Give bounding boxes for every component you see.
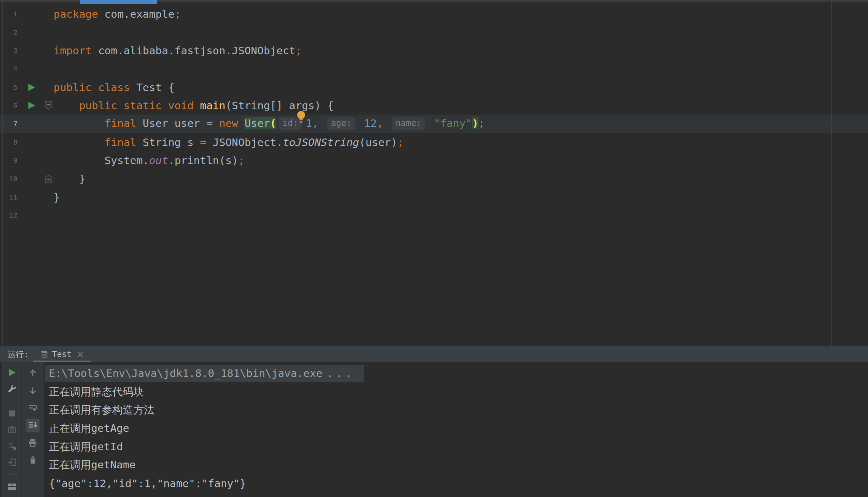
gutter-slot	[18, 152, 54, 170]
run-tab-test[interactable]: Test ×	[40, 349, 84, 359]
gutter-slot	[18, 188, 54, 207]
console-output[interactable]: E:\Tools\Env\Java\jdk1.8.0_181\bin\java.…	[44, 362, 868, 497]
code-token: ,	[312, 117, 319, 129]
code-token	[383, 117, 390, 129]
code-token: String s = JSONObject.	[136, 136, 283, 148]
console-line: E:\Tools\Env\Java\jdk1.8.0_181\bin\java.…	[44, 364, 868, 383]
bug-arrow-icon	[7, 441, 17, 451]
settings-button[interactable]	[5, 383, 19, 395]
code-token: System.	[54, 154, 149, 167]
code-token: "fany"	[434, 117, 472, 129]
soft-wrap-button[interactable]	[26, 401, 40, 415]
code-line[interactable]: 12	[0, 207, 868, 225]
gutter-slot	[18, 78, 54, 97]
scroll-to-end-button[interactable]	[26, 418, 40, 432]
code-token: com.example	[98, 8, 175, 20]
run-panel: 运行: Test × E:\Tools\Env\Java\jdk1.8.0_18…	[0, 346, 868, 497]
fold-down-icon[interactable]	[45, 101, 53, 110]
code-token	[358, 117, 364, 129]
toolbar-divider	[6, 401, 17, 401]
code-token: ;	[175, 8, 181, 20]
code-text: public static void main(String[] args) {	[54, 99, 334, 112]
command-text: E:\Tools\Env\Java\jdk1.8.0_181\bin\java.…	[49, 367, 323, 379]
console-line: {"age":12,"id":1,"name":"fany"}	[44, 474, 868, 493]
code-token: public static void	[79, 99, 194, 112]
console-line: 正在调用getName	[44, 456, 868, 474]
code-token: final	[104, 117, 136, 129]
code-line[interactable]: 4	[0, 60, 868, 78]
code-text: System.out.println(s);	[54, 154, 245, 167]
code-text: final String s = JSONObject.toJSONString…	[54, 136, 404, 148]
code-token: final	[104, 136, 136, 148]
code-token	[54, 117, 104, 129]
code-token: (	[270, 117, 277, 129]
camera-icon	[7, 424, 17, 435]
console-toolbar	[21, 362, 44, 497]
gutter-slot	[18, 5, 54, 23]
code-editor[interactable]: 1package com.example;23import com.alibab…	[0, 2, 868, 346]
editor-lines: 1package com.example;23import com.alibab…	[0, 2, 868, 225]
code-line[interactable]: 8 final String s = JSONObject.toJSONStri…	[0, 133, 868, 152]
log-text: {"age":12,"id":1,"name":"fany"}	[49, 477, 246, 489]
active-tab-indicator[interactable]	[80, 0, 157, 4]
run-arrow-icon[interactable]	[26, 100, 37, 111]
console-line: 正在调用有参构造方法	[44, 401, 868, 419]
code-line[interactable]: 3import com.alibaba.fastjson.JSONObject;	[0, 41, 868, 60]
code-token: com.alibaba.fastjson.JSONObject	[92, 44, 295, 57]
code-token	[54, 136, 104, 148]
code-text: package com.example;	[54, 8, 181, 20]
gutter-slot	[18, 115, 54, 133]
code-line[interactable]: 5public class Test {	[0, 78, 868, 97]
gutter-slot	[18, 23, 54, 42]
console-icon	[40, 350, 48, 359]
code-token	[238, 117, 245, 129]
log-text: 正在调用getAge	[49, 421, 129, 436]
code-token: package	[54, 8, 98, 20]
code-line[interactable]: 7 final User user = new User(id:1, age: …	[0, 115, 868, 133]
code-token: User user =	[136, 117, 219, 129]
run-arrow-icon[interactable]	[26, 82, 37, 93]
close-tab-icon[interactable]: ×	[76, 349, 84, 359]
rerun-button[interactable]	[5, 366, 19, 379]
code-token	[319, 117, 325, 129]
code-token: ;	[295, 44, 302, 57]
code-line[interactable]: 2	[0, 23, 868, 42]
exit-button[interactable]	[5, 456, 19, 469]
code-line[interactable]: 1package com.example;	[0, 5, 868, 23]
log-text: 正在调用getName	[49, 458, 136, 472]
stop-button[interactable]	[5, 407, 19, 420]
play-icon	[7, 367, 17, 378]
clear-console-button[interactable]	[26, 453, 40, 467]
log-text: 正在调用静态代码块	[49, 385, 144, 399]
run-tab-bar: 运行: Test ×	[0, 346, 868, 362]
run-body: E:\Tools\Env\Java\jdk1.8.0_181\bin\java.…	[0, 362, 868, 497]
command-line-highlight: E:\Tools\Env\Java\jdk1.8.0_181\bin\java.…	[45, 365, 364, 382]
active-run-tab-underline	[33, 360, 91, 362]
code-line[interactable]: 10 }	[0, 170, 868, 188]
run-tab-title: Test	[52, 350, 72, 359]
code-token: ;	[397, 136, 404, 148]
code-token	[54, 99, 79, 112]
code-line[interactable]: 11}	[0, 188, 868, 207]
intention-bulb-icon[interactable]	[304, 124, 306, 127]
code-token: toJSONString	[283, 136, 359, 148]
code-text: }	[54, 191, 60, 203]
down-icon	[28, 385, 38, 396]
code-line[interactable]: 9 System.out.println(s);	[0, 152, 868, 170]
rerun-failed-button[interactable]	[5, 440, 19, 452]
next-occurrence-button[interactable]	[26, 384, 40, 397]
run-label: 运行:	[8, 349, 29, 360]
print-button[interactable]	[26, 436, 40, 450]
restore-layout-button[interactable]	[5, 480, 19, 493]
code-text: import com.alibaba.fastjson.JSONObject;	[54, 44, 302, 57]
snapshot-button[interactable]	[5, 423, 19, 436]
gutter-slot	[18, 96, 54, 115]
code-line[interactable]: 6 public static void main(String[] args)…	[0, 96, 868, 115]
console-line: 正在调用静态代码块	[44, 383, 868, 401]
folded-ellipsis[interactable]: ...	[327, 367, 355, 379]
log-text: 正在调用有参构造方法	[49, 403, 155, 417]
code-token: 12	[364, 117, 377, 129]
fold-up-icon[interactable]	[45, 174, 53, 184]
gutter-slot	[18, 41, 54, 60]
prev-occurrence-button[interactable]	[26, 366, 40, 380]
